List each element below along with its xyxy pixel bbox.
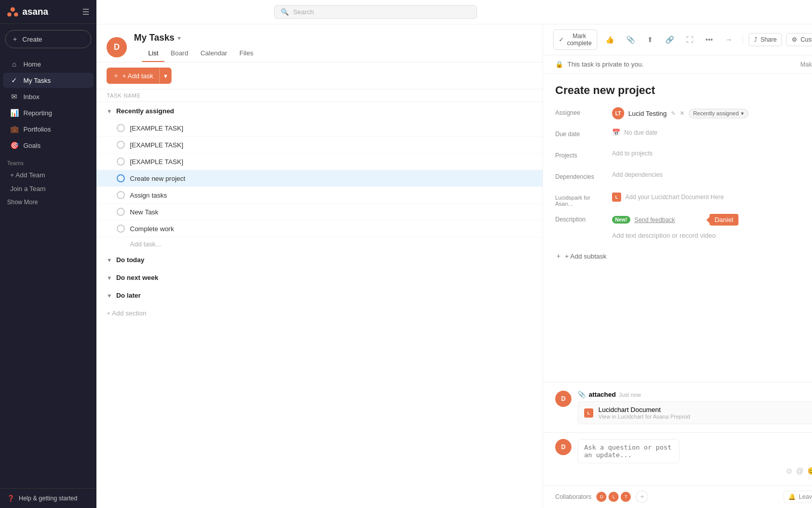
section-toggle-icon: ▼ xyxy=(107,108,112,114)
sidebar-item-my-tasks[interactable]: ✓ My Tasks xyxy=(3,73,93,88)
task-row[interactable]: New Task xyxy=(96,204,543,220)
project-tabs: List Board Calendar Files xyxy=(142,45,532,62)
add-section-button[interactable]: + Add section xyxy=(96,304,543,322)
due-date-row: Due date 📅 No due date xyxy=(555,129,812,143)
create-button[interactable]: ＋ Create xyxy=(5,30,91,48)
section-do-later: ▼ Do later xyxy=(96,287,543,304)
sidebar-nav: ⌂ Home ✓ My Tasks ✉ Inbox 📊 Reporting 💼 … xyxy=(0,54,96,155)
recently-assigned-pill[interactable]: Recently assigned ▾ xyxy=(689,109,749,118)
task-check[interactable] xyxy=(117,208,125,216)
assignee-row: Assignee LT Lucid Testing ✎ ✕ Recently a… xyxy=(555,107,812,121)
projects-value[interactable]: Add to projects xyxy=(612,150,812,157)
add-task-button[interactable]: ＋ + Add task ▾ xyxy=(107,68,172,84)
close-icon[interactable]: → xyxy=(721,33,736,46)
emoji-icon[interactable]: 😊 xyxy=(807,467,812,475)
mark-complete-button[interactable]: ✓ Mark complete xyxy=(553,29,597,50)
make-public-button[interactable]: Make public xyxy=(800,61,812,68)
sidebar-item-reporting[interactable]: 📊 Reporting xyxy=(3,105,93,120)
lucidchart-icon: L xyxy=(612,193,621,202)
link-icon[interactable]: 🔗 xyxy=(661,33,678,46)
sidebar: asana ☰ ＋ Create ⌂ Home ✓ My Tasks ✉ Inb… xyxy=(0,0,96,508)
customize-button[interactable]: ⚙ Customize xyxy=(786,33,812,46)
sidebar-item-home[interactable]: ⌂ Home xyxy=(3,56,93,72)
section-header-do-today[interactable]: ▼ Do today xyxy=(96,251,543,269)
search-bar[interactable]: 🔍 Search xyxy=(274,5,477,19)
task-row[interactable]: [EXAMPLE TASK] xyxy=(96,137,543,153)
task-check[interactable] xyxy=(117,141,125,149)
task-col-header: Task name xyxy=(96,89,543,102)
add-task-dropdown[interactable]: ▾ xyxy=(159,69,172,83)
attachment-card: L Lucidchart Document View in Lucidchart… xyxy=(578,401,812,424)
section-header-recently-assigned[interactable]: ▼ Recently assigned xyxy=(96,102,543,120)
more-icon[interactable]: ••• xyxy=(701,33,717,46)
comment-input-actions: ⊙ @ 😊 ⚙ xyxy=(578,465,812,479)
inbox-icon: ✉ xyxy=(10,92,18,101)
at-icon[interactable]: @ xyxy=(796,467,803,475)
menu-icon[interactable]: ☰ xyxy=(82,7,89,17)
check-icon: ✓ xyxy=(559,36,564,43)
task-check[interactable] xyxy=(117,124,125,132)
section-header-do-later[interactable]: ▼ Do later xyxy=(96,287,543,304)
help-button[interactable]: ❓ Help & getting started xyxy=(0,488,96,508)
task-row[interactable]: Complete work xyxy=(96,220,543,237)
show-more-button[interactable]: Show More xyxy=(0,196,96,209)
expand-icon[interactable]: ⛶ xyxy=(682,33,697,46)
sidebar-top: asana ☰ xyxy=(0,0,96,24)
svg-point-1 xyxy=(7,13,11,17)
sidebar-item-portfolios[interactable]: 💼 Portfolios xyxy=(3,121,93,137)
lucidspark-value[interactable]: L Add your Lucidchart Document Here xyxy=(612,193,812,202)
project-title: My Tasks xyxy=(134,33,175,43)
leave-task-button[interactable]: 🔔 Leave task xyxy=(784,491,812,503)
task-check[interactable] xyxy=(117,225,125,233)
edit-icon[interactable]: ✎ xyxy=(671,110,675,117)
attachment-icon[interactable]: 📎 xyxy=(622,33,639,46)
task-row-selected[interactable]: Create new project xyxy=(96,170,543,187)
reporting-icon: 📊 xyxy=(10,109,18,117)
task-detail: Create new project Assignee LT Lucid Tes… xyxy=(543,74,812,275)
main-content: 🔍 Search D D My Tasks ▾ List Board xyxy=(96,0,812,508)
comment-input-row: D ⊙ @ 😊 ⚙ xyxy=(543,432,812,485)
sidebar-item-goals[interactable]: 🎯 Goals xyxy=(3,138,93,153)
add-task-inline[interactable]: Add task... xyxy=(96,237,543,251)
dependencies-value[interactable]: Add dependencies xyxy=(612,171,812,178)
comment-input-avatar: D xyxy=(555,439,571,455)
move-icon[interactable]: ⬆ xyxy=(643,33,657,46)
like-icon[interactable]: 👍 xyxy=(601,33,618,46)
add-subtask-button[interactable]: ＋ + Add subtask xyxy=(555,247,812,265)
tab-list[interactable]: List xyxy=(142,45,164,62)
calendar-icon: 📅 xyxy=(612,129,620,136)
add-task-main[interactable]: ＋ + Add task xyxy=(107,68,159,84)
comment-avatar: D xyxy=(555,391,571,407)
tab-files[interactable]: Files xyxy=(233,45,259,62)
task-check[interactable] xyxy=(117,174,125,182)
assignee-value: LT Lucid Testing ✎ ✕ Recently assigned ▾ xyxy=(612,107,812,119)
description-placeholder[interactable]: Add text description or record video xyxy=(612,232,716,239)
radio-icon[interactable]: ⊙ xyxy=(786,467,792,475)
task-check[interactable] xyxy=(117,191,125,199)
task-row[interactable]: Assign tasks xyxy=(96,187,543,204)
section-header-do-next-week[interactable]: ▼ Do next week xyxy=(96,269,543,287)
share-button[interactable]: ⤴ Share xyxy=(749,33,782,46)
due-date-value[interactable]: 📅 No due date xyxy=(612,129,812,136)
project-title-chevron[interactable]: ▾ xyxy=(178,35,181,42)
tab-calendar[interactable]: Calendar xyxy=(194,45,233,62)
collab-avatar: T xyxy=(620,491,632,503)
lucidchart-icon: L xyxy=(584,408,593,418)
add-collaborator-button[interactable]: + xyxy=(636,491,648,503)
comment-input[interactable] xyxy=(578,439,680,463)
section-toggle-icon: ▼ xyxy=(107,275,112,281)
plus-icon: ＋ xyxy=(12,35,18,44)
sidebar-item-inbox[interactable]: ✉ Inbox xyxy=(3,89,93,104)
plus-icon: ＋ xyxy=(555,251,562,261)
description-value: New! Send feedback Daniel Add text descr… xyxy=(612,214,812,239)
task-check[interactable] xyxy=(117,157,125,166)
project-avatar: D xyxy=(107,37,127,57)
send-feedback-link[interactable]: Send feedback xyxy=(634,216,675,224)
remove-assignee-button[interactable]: ✕ xyxy=(680,110,685,117)
task-row[interactable]: [EXAMPLE TASK] xyxy=(96,153,543,170)
task-row[interactable]: [EXAMPLE TASK] xyxy=(96,120,543,137)
tab-board[interactable]: Board xyxy=(164,45,194,62)
join-team-link[interactable]: Join a Team xyxy=(3,182,93,196)
project-header: D My Tasks ▾ List Board Calendar Files xyxy=(96,24,543,62)
add-team-button[interactable]: + Add Team xyxy=(3,168,93,182)
